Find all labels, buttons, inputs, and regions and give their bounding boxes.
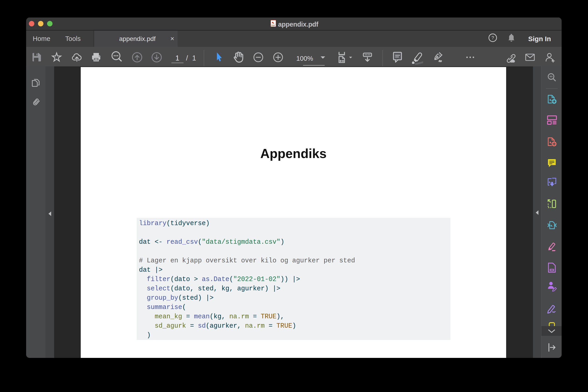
svg-text:PDF: PDF (272, 24, 275, 26)
svg-text:?: ? (491, 35, 494, 40)
